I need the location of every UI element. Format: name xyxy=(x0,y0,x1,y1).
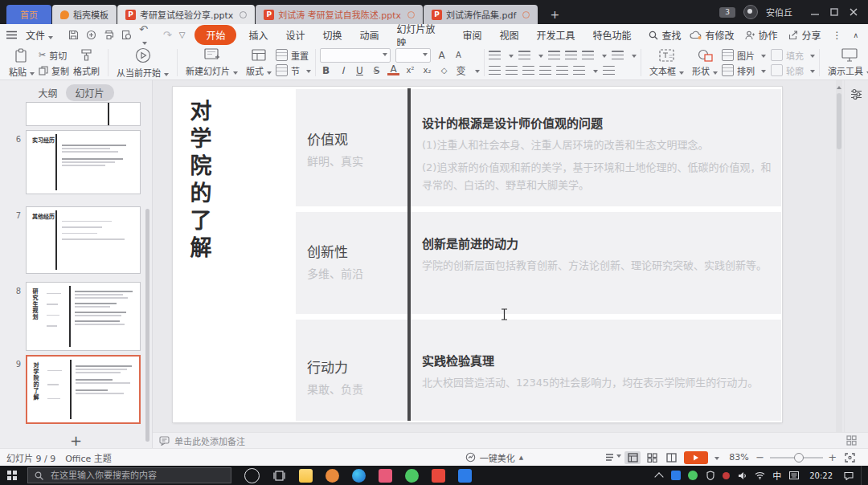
close-button[interactable] xyxy=(844,2,863,22)
slide-title[interactable]: 对学院的了解 xyxy=(186,100,211,292)
touch-keyboard-icon[interactable] xyxy=(788,471,799,481)
ribbon-tab-slideshow[interactable]: 幻灯片放映 xyxy=(387,22,453,49)
output-icon[interactable] xyxy=(86,30,96,40)
strikethrough-button[interactable]: S xyxy=(371,65,383,76)
section-button[interactable]: 节 xyxy=(276,64,311,76)
slideshow-play-button[interactable] xyxy=(684,451,708,464)
message-count-badge[interactable]: 3 xyxy=(719,7,735,18)
redo-icon[interactable]: ↷ xyxy=(163,29,172,41)
scrollbar-thumb[interactable] xyxy=(837,93,841,149)
ime-language-indicator[interactable]: 中 xyxy=(772,469,781,482)
panel-scrollbar[interactable] xyxy=(145,209,149,442)
row-3-content[interactable]: 实践检验真理 北大校园营造活动、12345的社会影响力，均在表示学院师生的行动力… xyxy=(422,352,779,391)
zoom-out-button[interactable]: − xyxy=(755,451,765,463)
slide-thumbnail-8[interactable]: 研究生规划 xyxy=(26,282,141,351)
copy-button[interactable]: 复制 xyxy=(39,64,69,76)
paste-button[interactable]: 粘贴 xyxy=(5,48,39,78)
underline-button[interactable]: U xyxy=(354,65,366,76)
tab-docer-templates[interactable]: 稻壳模板 xyxy=(52,5,117,24)
clock[interactable]: 20:22 xyxy=(806,471,836,480)
row-1-content[interactable]: 设计的根源是设计师价值观的问题 (1)注重人和社会本身、注重人居环境的改善和生态… xyxy=(422,114,779,194)
tab-home[interactable]: 首页 xyxy=(6,5,51,24)
align-left-icon[interactable] xyxy=(489,66,501,75)
save-icon[interactable] xyxy=(68,30,79,40)
app-icon-blue[interactable] xyxy=(458,469,472,483)
has-changes-indicator[interactable]: 有修改 xyxy=(690,28,734,42)
slide-layout-button[interactable]: 版式 xyxy=(242,49,276,77)
print-icon[interactable] xyxy=(104,30,114,40)
edge-icon[interactable] xyxy=(352,469,366,483)
bullet-list-icon[interactable] xyxy=(489,51,501,60)
add-slide-button[interactable]: + xyxy=(0,432,152,449)
start-button[interactable] xyxy=(0,466,24,485)
network-wifi-icon[interactable] xyxy=(755,471,765,481)
speaker-icon[interactable] xyxy=(737,471,747,481)
wechat-tray-icon[interactable] xyxy=(688,471,698,480)
menu-find[interactable]: 查找 xyxy=(640,28,690,42)
tray-app-red-icon[interactable] xyxy=(723,472,730,479)
tray-app-blue-icon[interactable] xyxy=(671,471,681,480)
beautify-button[interactable]: 一键美化 ▲ xyxy=(465,451,523,464)
increase-indent-icon[interactable] xyxy=(565,51,577,60)
highlight-button[interactable]: ◇ xyxy=(438,66,450,75)
text-effects-button[interactable]: 变 xyxy=(455,63,467,77)
decrease-indent-icon[interactable] xyxy=(548,51,560,60)
slide-thumbnail-9-selected[interactable]: 对学院的了解 xyxy=(26,355,141,424)
username[interactable]: 安伯丘 xyxy=(766,6,792,18)
paragraph-settings-icon[interactable] xyxy=(603,66,615,75)
maximize-button[interactable] xyxy=(825,2,844,22)
shapes-button[interactable]: 形状 xyxy=(688,49,722,77)
more-menu-icon[interactable]: ⋮ xyxy=(832,30,841,41)
arrange-button[interactable]: 排列 xyxy=(722,64,766,76)
zoom-slider-knob[interactable] xyxy=(794,453,804,463)
decrease-font-button[interactable]: A xyxy=(452,51,465,59)
file-menu[interactable]: 文件 xyxy=(17,28,62,42)
cortana-icon[interactable] xyxy=(244,468,260,483)
reading-view-button[interactable] xyxy=(663,451,679,464)
row-3-label[interactable]: 行动力 果敢、负责 xyxy=(307,357,363,397)
ribbon-tab-transition[interactable]: 切换 xyxy=(313,28,350,42)
increase-font-button[interactable]: A xyxy=(436,50,448,61)
font-size-select[interactable] xyxy=(395,48,431,63)
notes-bar[interactable]: 单击此处添加备注 xyxy=(153,432,868,448)
format-painter-button[interactable]: 格式刷 xyxy=(69,48,104,77)
notes-view-button[interactable] xyxy=(605,451,621,464)
font-family-select[interactable] xyxy=(320,48,391,63)
action-center-icon[interactable] xyxy=(843,471,854,481)
theme-name[interactable]: Office 主题 xyxy=(65,451,112,464)
zoom-slider[interactable] xyxy=(770,457,823,459)
fit-slide-button[interactable] xyxy=(842,451,858,464)
task-view-icon[interactable] xyxy=(272,469,286,483)
show-desktop-button[interactable] xyxy=(861,466,865,485)
minimize-button[interactable] xyxy=(805,2,825,22)
play-from-current-button[interactable]: 从当前开始 xyxy=(113,47,173,79)
taskbar-search[interactable] xyxy=(27,467,231,483)
distribute-icon[interactable] xyxy=(556,66,568,75)
tab-outline[interactable]: 大纲 xyxy=(38,86,57,100)
slide-scrollbar[interactable] xyxy=(836,80,842,432)
italic-button[interactable]: I xyxy=(337,65,349,76)
slide-canvas[interactable]: 对学院的了解 价值观 鲜明、真实 设计的根源是设计师价值观的问题 (1)注重人和… xyxy=(173,87,782,422)
columns-icon[interactable] xyxy=(573,66,585,75)
ribbon-tab-view[interactable]: 视图 xyxy=(490,28,527,42)
slide-thumbnail-6[interactable]: 实习经历 xyxy=(26,130,141,194)
justify-icon[interactable] xyxy=(539,66,551,75)
grid-view-icon[interactable] xyxy=(846,435,857,446)
text-box-button[interactable]: 文本框 xyxy=(645,49,688,77)
app-icon-pink[interactable] xyxy=(379,469,392,483)
bold-button[interactable]: B xyxy=(320,65,332,76)
wechat-icon[interactable] xyxy=(405,469,419,483)
tab-document-1[interactable]: P 考研复试经验分享.pptx xyxy=(117,5,255,24)
ribbon-tab-insert[interactable]: 插入 xyxy=(240,28,276,42)
zoom-percent[interactable]: 83% xyxy=(729,452,748,463)
font-color-button[interactable]: A xyxy=(387,65,399,75)
app-icon-orange[interactable] xyxy=(326,469,339,483)
ribbon-tab-developer[interactable]: 开发工具 xyxy=(527,28,583,42)
align-right-icon[interactable] xyxy=(522,66,534,75)
cut-button[interactable]: ✂剪切 xyxy=(39,49,69,61)
row-2-content[interactable]: 创新是前进的动力 学院的创新层面包括教育创新、方法论创新、理论研究突破、实践创新… xyxy=(422,234,779,274)
superscript-button[interactable]: x² xyxy=(404,66,416,75)
text-direction-icon[interactable] xyxy=(612,51,624,60)
print-preview-icon[interactable] xyxy=(121,30,132,40)
row-1-label[interactable]: 价值观 鲜明、真实 xyxy=(307,128,363,169)
